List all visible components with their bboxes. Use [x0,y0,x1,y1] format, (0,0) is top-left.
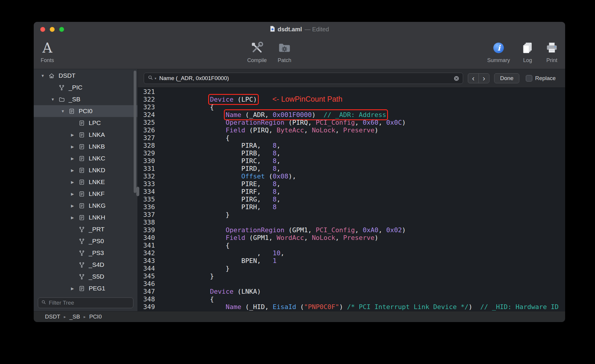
summary-info-icon: i [492,39,505,57]
annotation-red-box: Name (_ADR, 0x001F0000) // _ADR: Address [226,111,386,118]
code-token: (GPM1, [245,234,277,241]
code-token: Preserve [343,234,374,241]
line-number: 343 [138,257,155,265]
sidebar-item-LNKE[interactable]: ▶LNKE [34,176,138,188]
edited-status: — Edited [305,26,329,33]
search-input[interactable] [159,75,452,82]
code-line: 321 [138,88,565,96]
code-line: 329 PIRB, 8, [138,150,565,157]
status-bar: DSDT▸_SB▸PCI0 [34,311,565,322]
compile-icon [250,39,264,57]
code-token: ) [312,111,324,118]
code-token: ) [339,303,347,311]
sidebar-item-LNKC[interactable]: ▶LNKC [34,152,138,164]
disclosure-triangle-icon[interactable]: ▼ [61,109,69,113]
sidebar-item-_PS0[interactable]: _PS0 [34,235,138,247]
code-token: ) [402,119,406,126]
sidebar-item-LNKD[interactable]: ▶LNKD [34,164,138,176]
disclosure-triangle-icon[interactable]: ▶ [71,286,79,291]
sidebar-item-LNKH[interactable]: ▶LNKH [34,212,138,223]
find-next-button[interactable]: › [478,73,489,83]
search-scope-chevron-icon[interactable]: ▾ [155,77,156,80]
code-token: ), [288,173,296,180]
titlebar[interactable]: dsdt.aml — Edited [34,22,565,37]
pane-splitter-handle[interactable] [136,187,139,196]
device-icon [79,214,87,221]
done-button[interactable]: Done [494,73,519,83]
code-line: 342 , 10, [138,249,565,257]
disclosure-triangle-icon[interactable]: ▶ [71,180,79,184]
disclosure-triangle-icon[interactable]: ▶ [71,192,79,196]
disclosure-triangle-icon[interactable]: ▼ [41,74,48,78]
sidebar-item-LPC[interactable]: LPC [34,117,138,129]
summary-button[interactable]: i Summary [485,39,512,64]
disclosure-triangle-icon[interactable]: ▶ [71,144,79,149]
patch-button[interactable]: Patch [271,39,298,64]
sidebar-item-_PS3[interactable]: _PS3 [34,247,138,259]
code-token: { [179,134,229,142]
sidebar-item-label: PCI0 [79,108,93,115]
device-icon [79,155,87,162]
disclosure-triangle-icon[interactable]: ▼ [51,97,59,102]
close-button[interactable] [40,27,45,32]
zoom-button[interactable] [59,27,64,32]
filter-tree-input[interactable] [49,300,130,306]
disclosure-triangle-icon[interactable]: ▶ [71,168,79,173]
disclosure-triangle-icon[interactable]: ▶ [71,215,79,220]
sidebar-item-LNKB[interactable]: ▶LNKB [34,141,138,152]
sidebar-scrollbar[interactable] [134,71,136,193]
code-line-content: } [155,272,214,280]
window-title-area: dsdt.aml — Edited [34,22,565,37]
sidebar-item-_S4D[interactable]: _S4D [34,259,138,271]
breadcrumb-item[interactable]: DSDT [45,313,60,320]
sidebar-item-LNKA[interactable]: ▶LNKA [34,129,138,141]
sidebar-item-DSDT[interactable]: ▼DSDT [34,70,138,82]
print-button[interactable]: Print [541,39,562,64]
code-token: Field [226,126,245,134]
code-token: , [280,249,284,257]
disclosure-triangle-icon[interactable]: ▶ [71,156,79,161]
find-previous-button[interactable]: ‹ [468,73,479,83]
code-token: , [304,126,312,134]
code-line-content: } [155,265,229,272]
sidebar-item-_SB[interactable]: ▼_SB [34,93,138,105]
fonts-button[interactable]: A Fonts [34,39,61,64]
minimize-button[interactable] [50,27,55,32]
line-number: 331 [138,165,155,173]
print-label: Print [546,57,557,64]
code-line-content [155,219,179,226]
sidebar-item-LNKG[interactable]: ▶LNKG [34,200,138,212]
line-number: 339 [138,226,155,234]
code-token: /* PCI Interrupt Link Device */ [347,303,469,311]
code-token: 8 [273,142,277,149]
code-token [179,126,226,134]
code-area[interactable]: 321322 Device (LPC)<- LowPinCount Path32… [138,88,565,311]
code-line-content: PIRF, 8, [155,188,280,196]
code-line-content: PIRG, 8, [155,196,280,203]
method-icon [79,274,87,280]
breadcrumb-item[interactable]: PCI0 [89,313,102,320]
disclosure-triangle-icon[interactable]: ▶ [71,133,79,137]
clear-search-icon[interactable] [454,76,459,81]
code-token: Field [226,234,245,241]
sidebar-item-_S5D[interactable]: _S5D [34,271,138,282]
code-token: PIRE, [179,180,273,188]
code-token: (_HID, [241,303,273,311]
breadcrumb-item[interactable]: _SB [69,313,80,320]
code-line: 340 Field (GPM1, WordAcc, NoLock, Preser… [138,234,565,242]
sidebar-item-LNKF[interactable]: ▶LNKF [34,188,138,200]
compile-button[interactable]: Compile [243,39,271,64]
sidebar-item-PCI0[interactable]: ▼PCI0 [34,105,138,117]
search-field[interactable]: ▾ [144,73,463,84]
log-button[interactable]: Log [517,39,538,64]
sidebar-tree: ▼DSDT_PIC▼_SB▼PCI0LPC▶LNKA▶LNKB▶LNKC▶LNK… [34,69,138,295]
filter-field[interactable] [38,298,133,308]
sidebar-item-PEG1[interactable]: ▶PEG1 [34,282,138,294]
sidebar-item-_PIC[interactable]: _PIC [34,82,138,93]
replace-checkbox[interactable] [526,75,532,82]
code-token: { [179,103,214,111]
disclosure-triangle-icon[interactable]: ▶ [71,204,79,208]
code-token: (PIRQ, [245,126,277,134]
traffic-lights [40,22,64,37]
sidebar-item-_PRT[interactable]: _PRT [34,223,138,235]
